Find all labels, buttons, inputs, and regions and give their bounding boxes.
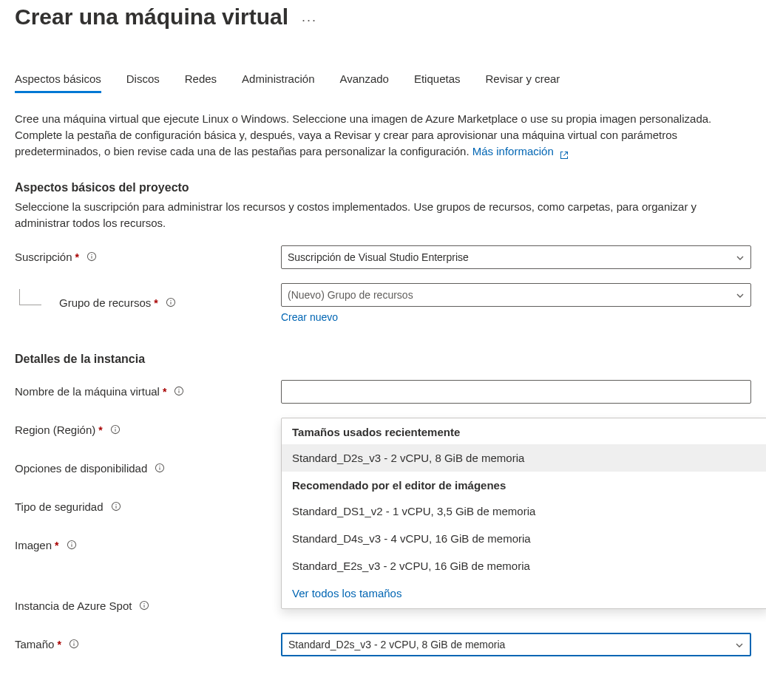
resource-group-label: Grupo de recursos — [59, 296, 151, 309]
size-option[interactable]: Standard_D4s_v3 - 4 vCPU, 16 GiB de memo… — [282, 525, 766, 552]
learn-more-link[interactable]: Más información — [472, 145, 569, 157]
image-label: Imagen — [15, 539, 52, 551]
size-label: Tamaño — [15, 638, 54, 650]
create-new-resource-group-link[interactable]: Crear nuevo — [281, 311, 751, 323]
spot-instance-label: Instancia de Azure Spot — [15, 599, 132, 612]
size-value: Standard_D2s_v3 - 2 vCPU, 8 GiB de memor… — [288, 639, 735, 650]
info-icon[interactable] — [139, 600, 151, 612]
svg-point-14 — [160, 466, 160, 466]
info-icon[interactable] — [69, 639, 81, 650]
info-icon[interactable] — [166, 297, 177, 309]
more-actions-button[interactable]: ··· — [302, 13, 317, 28]
size-group-recommended-header: Recomendado por el editor de imágenes — [282, 472, 766, 497]
tab-basics[interactable]: Aspectos básicos — [15, 72, 101, 92]
info-icon[interactable] — [67, 540, 78, 551]
subscription-label: Suscripción — [15, 251, 72, 263]
tab-disks[interactable]: Discos — [126, 72, 160, 92]
learn-more-label: Más información — [472, 145, 554, 157]
svg-point-5 — [170, 300, 171, 301]
required-marker: * — [154, 297, 157, 309]
intro-text: Cree una máquina virtual que ejecute Lin… — [15, 111, 747, 159]
required-marker: * — [75, 251, 79, 263]
required-marker: * — [55, 540, 58, 551]
svg-point-17 — [115, 504, 116, 505]
tab-admin[interactable]: Administración — [242, 72, 314, 92]
tabs-bar: Aspectos básicos Discos Redes Administra… — [15, 72, 751, 93]
info-icon[interactable] — [87, 251, 98, 263]
size-group-recent-header: Tamaños usados recientemente — [282, 418, 766, 444]
tab-tags[interactable]: Etiquetas — [414, 72, 461, 92]
project-section-desc: Seleccione la suscripción para administr… — [15, 199, 747, 231]
intro-copy: Cree una máquina virtual que ejecute Lin… — [15, 112, 711, 157]
external-link-icon — [560, 148, 569, 157]
indent-connector-icon — [19, 289, 41, 305]
chevron-down-icon — [736, 290, 745, 299]
size-option[interactable]: Standard_DS1_v2 - 1 vCPU, 3,5 GiB de mem… — [282, 497, 766, 525]
vm-name-input[interactable] — [288, 385, 745, 398]
tab-advanced[interactable]: Avanzado — [339, 72, 388, 92]
chevron-down-icon — [736, 253, 745, 262]
subscription-select[interactable]: Suscripción de Visual Studio Enterprise — [281, 245, 751, 269]
info-icon[interactable] — [110, 424, 122, 436]
svg-point-23 — [144, 603, 145, 604]
tab-review-create[interactable]: Revisar y crear — [485, 72, 560, 92]
info-icon[interactable] — [111, 501, 123, 513]
required-marker: * — [163, 386, 166, 398]
required-marker: * — [57, 639, 61, 650]
see-all-sizes-link[interactable]: Ver todos los tamaños — [282, 580, 766, 604]
instance-section-title: Detalles de la instancia — [15, 353, 751, 366]
vm-name-label: Nombre de la máquina virtual — [15, 385, 160, 398]
svg-point-20 — [71, 543, 72, 543]
info-icon[interactable] — [174, 386, 186, 398]
size-option[interactable]: Standard_D2s_v3 - 2 vCPU, 8 GiB de memor… — [282, 444, 766, 472]
info-icon[interactable] — [155, 463, 166, 475]
project-section-title: Aspectos básicos del proyecto — [15, 181, 751, 194]
required-marker: * — [98, 424, 102, 436]
page-title: Crear una máquina virtual — [15, 4, 288, 30]
svg-point-26 — [73, 642, 74, 642]
region-label: Region (Región) — [15, 424, 95, 436]
svg-point-2 — [91, 254, 92, 255]
resource-group-placeholder: (Nuevo) Grupo de recursos — [288, 289, 736, 301]
resource-group-select[interactable]: (Nuevo) Grupo de recursos — [281, 283, 751, 307]
chevron-down-icon — [735, 640, 744, 649]
vm-name-input-wrapper — [281, 380, 751, 404]
subscription-value: Suscripción de Visual Studio Enterprise — [288, 251, 736, 263]
svg-point-11 — [115, 427, 115, 428]
security-type-label: Tipo de seguridad — [15, 500, 104, 513]
tab-networks[interactable]: Redes — [185, 72, 217, 92]
size-select[interactable]: Standard_D2s_v3 - 2 vCPU, 8 GiB de memor… — [281, 633, 751, 656]
size-option[interactable]: Standard_E2s_v3 - 2 vCPU, 16 GiB de memo… — [282, 552, 766, 580]
size-dropdown-flyout: Tamaños usados recientemente Standard_D2… — [281, 418, 766, 609]
availability-label: Opciones de disponibilidad — [15, 462, 147, 475]
svg-point-8 — [179, 389, 180, 390]
